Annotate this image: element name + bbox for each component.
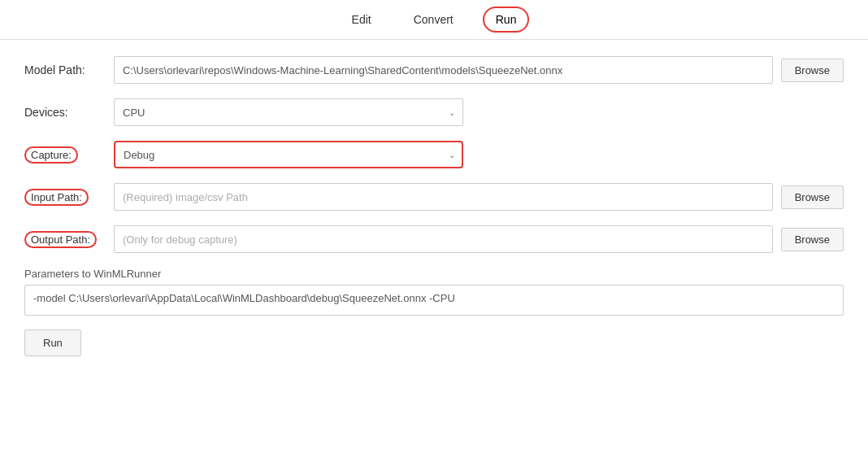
capture-select-wrapper: Debug Release None ⌄ [114,141,463,168]
output-path-label-wrapper: Output Path: [24,231,114,248]
top-navigation: Edit Convert Run [0,0,868,40]
capture-label-wrapper: Capture: [24,146,114,164]
main-content: Model Path: Browse Devices: CPU GPU Dire… [0,40,868,373]
output-path-input[interactable] [114,225,773,253]
output-path-label: Output Path: [24,231,97,248]
devices-select[interactable]: CPU GPU DirectX [114,98,463,126]
devices-label: Devices: [24,106,114,119]
devices-row: Devices: CPU GPU DirectX ⌄ [24,98,844,126]
parameters-textarea[interactable] [24,285,844,316]
input-path-input[interactable] [114,183,773,211]
input-path-label: Input Path: [24,189,89,206]
nav-edit[interactable]: Edit [339,7,384,33]
model-path-browse-button[interactable]: Browse [781,59,844,82]
model-path-input[interactable] [114,56,773,84]
run-button[interactable]: Run [24,329,81,356]
capture-row: Capture: Debug Release None ⌄ [24,141,844,168]
input-path-browse-button[interactable]: Browse [781,185,844,209]
capture-select[interactable]: Debug Release None [114,141,463,168]
output-path-row: Output Path: Browse [24,225,844,253]
output-path-browse-button[interactable]: Browse [781,228,844,251]
parameters-label: Parameters to WinMLRunner [24,268,844,280]
input-path-row: Input Path: Browse [24,183,844,211]
parameters-section: Parameters to WinMLRunner [24,268,844,318]
nav-convert[interactable]: Convert [401,7,467,33]
input-path-label-wrapper: Input Path: [24,189,114,206]
model-path-row: Model Path: Browse [24,56,844,84]
capture-label: Capture: [24,146,78,164]
nav-run[interactable]: Run [483,7,530,33]
model-path-label: Model Path: [24,63,114,76]
devices-select-wrapper: CPU GPU DirectX ⌄ [114,98,463,126]
